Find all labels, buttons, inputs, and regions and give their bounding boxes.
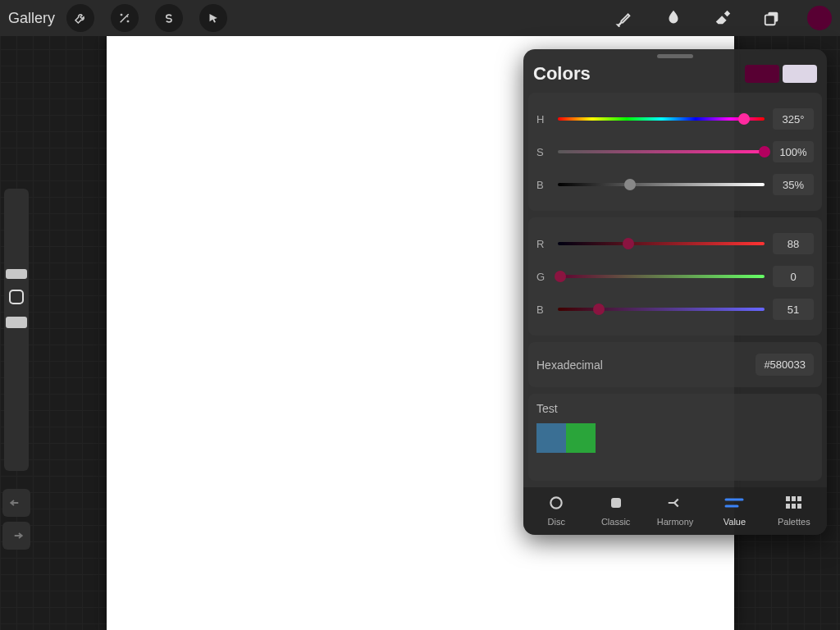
tab-label: Palettes	[778, 517, 810, 527]
eraser-icon	[714, 9, 732, 27]
wand-icon	[118, 11, 131, 25]
palette-swatch[interactable]	[566, 423, 596, 453]
blue-slider[interactable]	[558, 308, 765, 311]
brush-icon	[615, 9, 633, 27]
hex-value[interactable]: #580033	[756, 354, 814, 376]
harmony-icon	[666, 494, 684, 512]
tab-label: Value	[724, 517, 746, 527]
arrow-cursor-icon	[208, 12, 220, 25]
wrench-icon	[74, 11, 87, 25]
square-outline-icon	[9, 290, 24, 304]
secondary-color-swatch[interactable]	[783, 65, 817, 83]
smudge-tool[interactable]	[660, 4, 687, 32]
red-value[interactable]: 88	[773, 233, 814, 254]
smudge-icon	[664, 9, 682, 27]
brush-tool[interactable]	[610, 4, 638, 32]
hsb-section: H 325° S 100% B 35%	[528, 93, 822, 211]
palette-section: Test	[528, 394, 822, 481]
top-toolbar: Gallery	[0, 0, 840, 36]
panel-title: Colors	[533, 63, 745, 84]
adjustments-button[interactable]	[111, 4, 139, 32]
svg-rect-3	[611, 498, 621, 508]
tab-label: Harmony	[657, 517, 694, 527]
hue-label: H	[536, 113, 550, 126]
saturation-value[interactable]: 100%	[773, 141, 814, 162]
tab-palettes[interactable]: Palettes	[765, 494, 824, 527]
green-slider[interactable]	[558, 275, 765, 278]
red-label: R	[536, 238, 550, 250]
brightness-slider[interactable]	[558, 183, 765, 186]
primary-color-swatch[interactable]	[745, 65, 779, 83]
saturation-label: S	[536, 146, 550, 158]
colors-panel: Colors H 325° S 100% B 35% R 88 G 0	[523, 49, 827, 535]
panel-drag-handle[interactable]	[657, 54, 693, 58]
brush-size-slider[interactable]	[4, 189, 29, 279]
tab-harmony[interactable]: Harmony	[646, 494, 705, 527]
value-sliders-icon	[724, 494, 744, 512]
hex-label: Hexadecimal	[536, 358, 756, 372]
hue-slider[interactable]	[558, 117, 765, 121]
color-button[interactable]	[807, 6, 832, 30]
gallery-button[interactable]: Gallery	[8, 10, 55, 27]
selection-s-icon	[163, 12, 176, 25]
tab-value[interactable]: Value	[705, 494, 764, 527]
tab-label: Classic	[601, 517, 630, 527]
svg-rect-9	[797, 504, 801, 509]
layers-button[interactable]	[758, 4, 786, 32]
layers-icon	[763, 9, 781, 27]
tab-label: Disc	[548, 517, 565, 527]
palette-swatch[interactable]	[536, 423, 566, 453]
palette-swatches	[536, 423, 814, 453]
brightness-label: B	[536, 179, 550, 191]
red-slider[interactable]	[558, 242, 765, 245]
svg-rect-8	[792, 504, 796, 509]
brush-opacity-slider[interactable]	[4, 315, 29, 471]
green-value[interactable]: 0	[773, 266, 814, 287]
disc-icon	[548, 494, 564, 512]
svg-rect-5	[792, 496, 796, 501]
undo-button[interactable]	[2, 489, 30, 517]
svg-point-2	[551, 497, 562, 508]
hex-row: Hexadecimal #580033	[528, 342, 822, 387]
left-sidebar	[2, 189, 31, 555]
classic-icon	[609, 494, 623, 512]
redo-icon	[9, 530, 24, 541]
svg-rect-6	[797, 496, 801, 501]
selection-button[interactable]	[155, 4, 183, 32]
blue-value[interactable]: 51	[773, 299, 814, 320]
redo-button[interactable]	[2, 522, 30, 550]
transform-button[interactable]	[199, 4, 227, 32]
hue-value[interactable]: 325°	[773, 108, 814, 130]
svg-rect-4	[786, 496, 790, 501]
green-label: G	[536, 271, 550, 283]
svg-rect-1	[765, 15, 775, 25]
eraser-tool[interactable]	[709, 4, 737, 32]
undo-icon	[9, 497, 24, 509]
saturation-slider[interactable]	[558, 150, 765, 153]
rgb-section: R 88 G 0 B 51	[528, 217, 822, 336]
color-panel-tabs: Disc Classic Harmony Value Palettes	[523, 487, 827, 535]
actions-button[interactable]	[66, 4, 94, 32]
brightness-value[interactable]: 35%	[773, 174, 814, 195]
palette-name: Test	[536, 402, 814, 415]
palettes-grid-icon	[786, 494, 802, 512]
tab-disc[interactable]: Disc	[527, 494, 586, 527]
blue-label: B	[536, 304, 550, 316]
svg-rect-7	[786, 504, 790, 509]
modify-button[interactable]	[4, 279, 29, 315]
tab-classic[interactable]: Classic	[586, 494, 645, 527]
